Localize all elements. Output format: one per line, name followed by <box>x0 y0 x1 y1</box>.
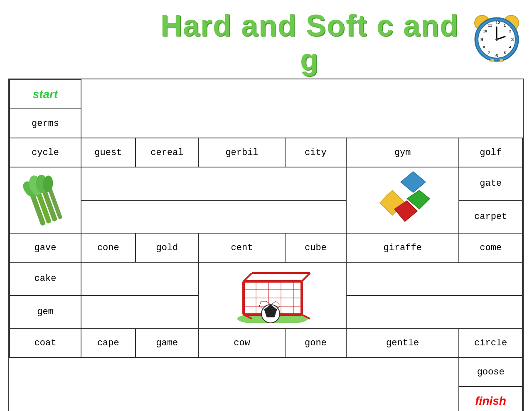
empty-row7-right <box>346 262 522 295</box>
cell-goose: goose <box>459 357 522 386</box>
cell-cake: cake <box>10 262 81 295</box>
board-row-10: goose <box>10 357 522 386</box>
cell-cycle: cycle <box>10 138 81 167</box>
board-row-11: finish <box>10 386 522 411</box>
celery-cell <box>10 167 81 233</box>
cell-gold: gold <box>135 233 199 262</box>
cell-gave: gave <box>10 233 81 262</box>
finish-label: finish <box>475 394 506 407</box>
cell-cape: cape <box>81 328 135 357</box>
cell-carpet: carpet <box>459 200 522 234</box>
cell-come: come <box>459 233 522 262</box>
svg-text:9: 9 <box>480 37 483 42</box>
svg-point-18 <box>495 38 498 41</box>
cell-cow: cow <box>199 328 285 357</box>
svg-rect-19 <box>490 59 494 62</box>
board-row-4: gate <box>10 167 522 200</box>
svg-text:4: 4 <box>509 45 511 49</box>
empty-cake-row <box>81 262 199 295</box>
cell-gerbil: gerbil <box>199 138 285 167</box>
empty-row8-right <box>346 295 522 329</box>
board-row-2: germs <box>10 109 522 138</box>
cell-gone: gone <box>285 328 346 357</box>
soccer-cell <box>199 262 346 328</box>
svg-text:5: 5 <box>504 51 506 55</box>
svg-text:2: 2 <box>509 29 511 33</box>
clock-icon: 12 3 6 9 1 2 4 5 7 8 10 11 <box>470 8 524 64</box>
celery-image <box>12 170 79 228</box>
row10-spacer <box>10 357 459 386</box>
cell-city: city <box>285 138 346 167</box>
cell-germs: germs <box>10 109 81 138</box>
cell-circle: circle <box>459 328 522 357</box>
cell-guest: guest <box>81 138 135 167</box>
svg-text:3: 3 <box>511 37 514 42</box>
start-cell: start <box>10 80 81 109</box>
svg-text:12: 12 <box>495 20 500 25</box>
header: Hard and Soft c and g 12 3 6 9 1 2 4 5 7 <box>8 8 524 76</box>
board-row-3: cycle guest cereal gerbil city gym golf <box>10 138 522 167</box>
row11-spacer <box>10 386 459 411</box>
svg-text:7: 7 <box>488 51 490 55</box>
cell-gem: gem <box>10 295 81 329</box>
empty-gem-row <box>81 295 199 329</box>
gems-cell <box>346 167 459 233</box>
soccer-image <box>231 265 314 323</box>
svg-text:6: 6 <box>495 53 498 58</box>
empty-row5-span <box>81 200 346 234</box>
gems-image <box>372 170 434 228</box>
start-label: start <box>33 88 58 101</box>
page: Hard and Soft c and g 12 3 6 9 1 2 4 5 7 <box>8 8 524 411</box>
cell-finish: finish <box>459 386 522 411</box>
svg-text:10: 10 <box>483 29 487 33</box>
svg-line-47 <box>302 273 310 281</box>
cell-game: game <box>135 328 199 357</box>
cell-cent: cent <box>199 233 285 262</box>
cell-gentle: gentle <box>346 328 459 357</box>
svg-text:8: 8 <box>483 45 485 49</box>
cell-gate: gate <box>459 167 522 200</box>
svg-rect-20 <box>500 59 503 62</box>
cell-golf: golf <box>459 138 522 167</box>
empty-row4-span <box>81 167 346 200</box>
board-row-9: coat cape game cow gone gentle circle <box>10 328 522 357</box>
board-row-1: start <box>10 80 522 109</box>
page-title: Hard and Soft c and g <box>75 8 470 76</box>
svg-text:11: 11 <box>488 23 492 27</box>
svg-text:1: 1 <box>504 23 506 27</box>
game-board: start germs cycle guest cereal gerbil ci… <box>8 79 524 411</box>
cell-cereal: cereal <box>135 138 199 167</box>
svg-marker-31 <box>401 172 426 192</box>
cell-coat: coat <box>10 328 81 357</box>
board-row-6: gave cone gold cent cube giraffe come <box>10 233 522 262</box>
cell-gym: gym <box>346 138 459 167</box>
cell-giraffe: giraffe <box>346 233 459 262</box>
cell-cube: cube <box>285 233 346 262</box>
cell-cone: cone <box>81 233 135 262</box>
row2-spacer <box>81 109 522 138</box>
header-spacer <box>81 80 522 109</box>
board-row-7: cake <box>10 262 522 295</box>
